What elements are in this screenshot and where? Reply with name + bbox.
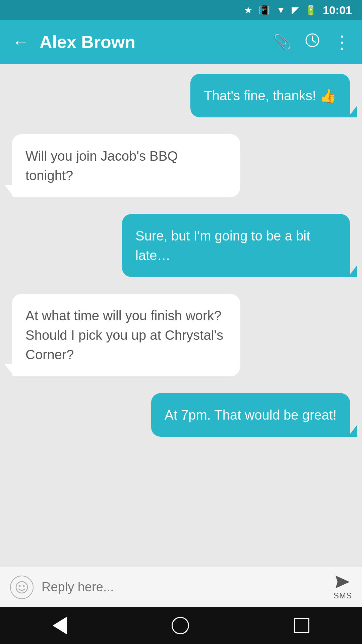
svg-point-4 bbox=[19, 585, 21, 587]
message-row: That's fine, thanks! 👍 bbox=[12, 74, 350, 117]
more-options-icon[interactable]: ⋮ bbox=[333, 32, 350, 52]
recents-nav-icon bbox=[294, 618, 309, 633]
message-row: At 7pm. That would be great! bbox=[12, 393, 350, 437]
send-button[interactable]: SMS bbox=[334, 574, 352, 600]
wifi-icon: ▼ bbox=[276, 5, 286, 15]
svg-point-5 bbox=[23, 585, 25, 587]
chat-area: That's fine, thanks! 👍 Will you join Jac… bbox=[0, 64, 362, 567]
back-nav-button[interactable] bbox=[53, 617, 67, 634]
message-bubble: That's fine, thanks! 👍 bbox=[190, 74, 350, 117]
home-nav-icon bbox=[172, 617, 189, 634]
back-nav-icon bbox=[53, 617, 67, 634]
svg-point-3 bbox=[16, 582, 27, 593]
attachment-icon[interactable]: 📎 bbox=[273, 33, 292, 51]
status-icons: ★ 📳 ▼ ◤ 🔋 10:01 bbox=[244, 4, 352, 17]
home-nav-button[interactable] bbox=[172, 617, 189, 634]
message-row: Will you join Jacob's BBQ tonight? bbox=[12, 134, 350, 197]
status-time: 10:01 bbox=[323, 4, 352, 17]
back-button[interactable]: ← bbox=[12, 33, 29, 51]
history-icon[interactable] bbox=[305, 33, 320, 51]
message-bubble: At what time will you finish work? Shoul… bbox=[12, 294, 240, 376]
emoji-button[interactable] bbox=[10, 576, 34, 599]
star-icon: ★ bbox=[244, 5, 252, 16]
input-area: SMS bbox=[0, 567, 362, 607]
contact-name: Alex Brown bbox=[40, 32, 263, 52]
vibrate-icon: 📳 bbox=[258, 5, 270, 16]
message-text: At what time will you finish work? Shoul… bbox=[25, 308, 223, 362]
svg-line-2 bbox=[312, 40, 315, 42]
message-text: Sure, but I'm going to be a bit late… bbox=[135, 228, 310, 263]
battery-icon: 🔋 bbox=[305, 5, 317, 16]
message-text: Will you join Jacob's BBQ tonight? bbox=[25, 149, 178, 183]
app-bar: ← Alex Brown 📎 ⋮ bbox=[0, 20, 362, 64]
message-row: Sure, but I'm going to be a bit late… bbox=[12, 214, 350, 277]
message-row: At what time will you finish work? Shoul… bbox=[12, 294, 350, 376]
message-bubble: Sure, but I'm going to be a bit late… bbox=[122, 214, 350, 277]
message-bubble: Will you join Jacob's BBQ tonight? bbox=[12, 134, 240, 197]
bottom-nav bbox=[0, 607, 362, 644]
send-icon bbox=[334, 574, 351, 590]
svg-marker-6 bbox=[336, 576, 350, 588]
message-text: That's fine, thanks! 👍 bbox=[204, 88, 337, 103]
send-label: SMS bbox=[334, 591, 352, 600]
recents-nav-button[interactable] bbox=[294, 618, 309, 633]
app-bar-actions: 📎 ⋮ bbox=[273, 32, 350, 52]
reply-input[interactable] bbox=[42, 580, 325, 594]
message-text: At 7pm. That would be great! bbox=[165, 408, 337, 422]
status-bar: ★ 📳 ▼ ◤ 🔋 10:01 bbox=[0, 0, 362, 20]
signal-icon: ◤ bbox=[292, 5, 299, 16]
message-bubble: At 7pm. That would be great! bbox=[151, 393, 350, 437]
